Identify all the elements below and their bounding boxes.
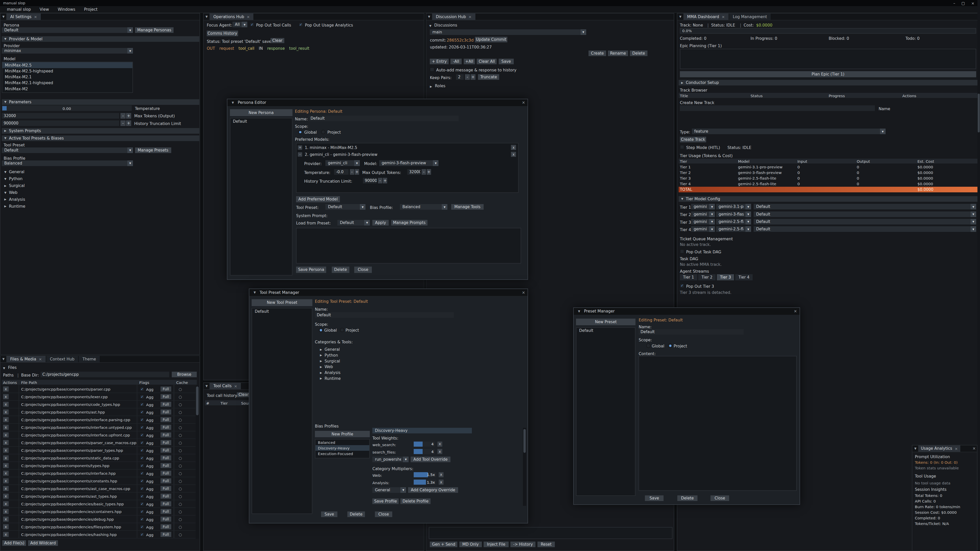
close-tab-icon[interactable]: × (955, 446, 958, 451)
cache-circle-icon[interactable]: ○ (179, 425, 182, 430)
max-tokens-plus-button[interactable]: + (126, 113, 131, 119)
persona-editor-titlebar[interactable]: ▼ Persona Editor × (228, 99, 528, 106)
tier-model-select[interactable]: gemini-2.5-flash-lite ▼ (716, 226, 751, 232)
full-button[interactable]: Full (161, 486, 171, 491)
agg-checkbox[interactable]: ✓ (140, 402, 144, 407)
track-type-select[interactable]: feature ▼ (692, 129, 886, 134)
add-entry-button[interactable]: + Entry (430, 59, 449, 64)
preset-content-input[interactable] (638, 356, 797, 491)
app-scrollbar[interactable] (977, 0, 980, 551)
remove-file-button[interactable]: x (3, 463, 9, 468)
pop-out-tier3-checkbox[interactable]: ✓ (680, 283, 684, 288)
provider-select[interactable]: minimax ▼ (2, 48, 133, 54)
tab-files-media[interactable]: Files & Media × (6, 356, 46, 362)
agg-checkbox[interactable]: ✓ (140, 425, 144, 430)
scrolled-profile-item[interactable]: Discovery-Heavy (372, 428, 472, 433)
tier-preset-select[interactable]: Default ▼ (754, 204, 976, 210)
scrollbar-thumb[interactable] (978, 94, 980, 132)
collapse-icon[interactable]: ▼ (677, 14, 683, 20)
remove-file-button[interactable]: x (3, 425, 9, 430)
scrollbar-thumb[interactable] (196, 386, 199, 415)
history-limit-input[interactable]: 900000 (2, 121, 119, 126)
full-button[interactable]: Full (161, 432, 171, 437)
truncate-button[interactable]: Truncate (478, 74, 499, 80)
collapse-icon[interactable]: ▼ (912, 445, 918, 452)
collapse-icon[interactable]: ▶ (430, 85, 432, 88)
remove-weight-button[interactable]: x (438, 449, 442, 454)
remove-file-button[interactable]: x (3, 494, 9, 499)
close-tab-icon[interactable]: × (39, 357, 42, 361)
close-window-icon[interactable]: × (973, 445, 977, 452)
temperature-slider[interactable]: 0.00 (2, 105, 132, 111)
remove-weight-button[interactable]: x (438, 441, 442, 447)
temperature-plus-button[interactable]: + (355, 169, 359, 175)
discussion-branch-select[interactable]: main ▼ (430, 29, 586, 35)
model-list-item[interactable]: MiniMax-M2.5 (2, 62, 132, 68)
chevron-down-icon[interactable]: ▼ (746, 219, 751, 224)
cache-circle-icon[interactable]: ○ (179, 494, 182, 499)
remove-file-button[interactable]: x (3, 402, 9, 407)
tab-discussion-hub[interactable]: Discussion Hub × (432, 14, 476, 20)
new-tool-preset-button[interactable]: New Tool Preset (251, 299, 312, 306)
inject-file-button[interactable]: Inject File (484, 541, 509, 547)
category-override-select[interactable]: General ▼ (372, 487, 406, 493)
tab-ai-settings[interactable]: AI Settings × (6, 14, 41, 20)
message-input[interactable] (429, 527, 673, 539)
menu-item[interactable]: manual slop (3, 7, 35, 12)
manage-personas-button[interactable]: Manage Personas (135, 27, 174, 33)
collapse-icon[interactable]: ▼ (251, 291, 258, 294)
full-button[interactable]: Full (161, 501, 171, 507)
remove-file-button[interactable]: x (3, 509, 9, 514)
tab-mma-dashboard[interactable]: MMA Dashboard × (683, 14, 729, 20)
remove-file-button[interactable]: x (3, 440, 9, 445)
add-files-button[interactable]: Add File(s) (2, 540, 26, 546)
chevron-down-icon[interactable]: ▼ (709, 211, 715, 217)
epic-planning-input[interactable] (680, 49, 976, 69)
tier-provider-select[interactable]: gemini ▼ (691, 204, 715, 210)
full-button[interactable]: Full (161, 471, 171, 476)
maximize-icon[interactable]: ▢ (961, 1, 965, 5)
history-minus-button[interactable]: - (378, 178, 382, 183)
close-tab-icon[interactable]: × (469, 14, 472, 19)
remove-file-button[interactable]: x (3, 455, 9, 460)
delete-preset-button[interactable]: Delete (677, 495, 697, 501)
remove-file-button[interactable]: x (3, 386, 9, 392)
tier-model-select[interactable]: gemini-2.5-flash-lite ▼ (716, 219, 751, 224)
tier-model-config-header[interactable]: ▼ Tier Model Config (679, 196, 977, 202)
conductor-setup-header[interactable]: ▶ Conductor Setup (679, 80, 977, 86)
agg-checkbox[interactable]: ✓ (140, 456, 144, 460)
persona-select[interactable]: Default ▼ (2, 27, 133, 33)
tier-preset-select[interactable]: Default ▼ (754, 226, 976, 232)
collapse-icon[interactable]: ▼ (429, 24, 431, 27)
entry-toggle-button[interactable]: + (298, 145, 302, 150)
full-button[interactable]: Full (161, 386, 171, 392)
collapse-icon[interactable]: ▼ (3, 367, 5, 370)
delete-tool-preset-button[interactable]: Delete (347, 511, 365, 517)
bias-profile-item[interactable]: Discovery-Heavy (315, 445, 369, 451)
tool-preset-select[interactable]: Default ▼ (325, 204, 366, 210)
cache-circle-icon[interactable]: ○ (179, 532, 182, 537)
close-tool-preset-button[interactable]: Close (375, 511, 393, 517)
create-track-button[interactable]: Create Track (680, 137, 706, 142)
collapse-icon[interactable]: ▼ (204, 383, 210, 389)
max-output-plus-button[interactable]: + (427, 169, 431, 175)
close-dialog-icon[interactable]: × (522, 290, 525, 295)
full-button[interactable]: Full (161, 440, 171, 445)
clear-all-button[interactable]: Clear All (477, 59, 496, 64)
chevron-down-icon[interactable]: ▼ (709, 219, 715, 224)
agg-checkbox[interactable]: ✓ (140, 471, 144, 475)
full-button[interactable]: Full (161, 410, 171, 414)
close-icon[interactable]: × (971, 1, 974, 5)
tier-preset-select[interactable]: Default ▼ (754, 211, 976, 217)
full-button[interactable]: Full (161, 455, 171, 460)
create-discussion-button[interactable]: Create (589, 51, 606, 56)
collapse-icon[interactable]: ▼ (576, 310, 582, 313)
cache-circle-icon[interactable]: ○ (179, 402, 182, 407)
step-mode-checkbox[interactable] (680, 145, 684, 149)
agg-checkbox[interactable]: ✓ (140, 418, 144, 422)
close-tab-icon[interactable]: × (722, 14, 725, 19)
apply-button[interactable]: Apply (372, 220, 389, 225)
remove-entry-button[interactable]: x (511, 145, 516, 150)
remove-file-button[interactable]: x (3, 432, 9, 437)
update-commit-button[interactable]: Update Commit (475, 37, 508, 42)
